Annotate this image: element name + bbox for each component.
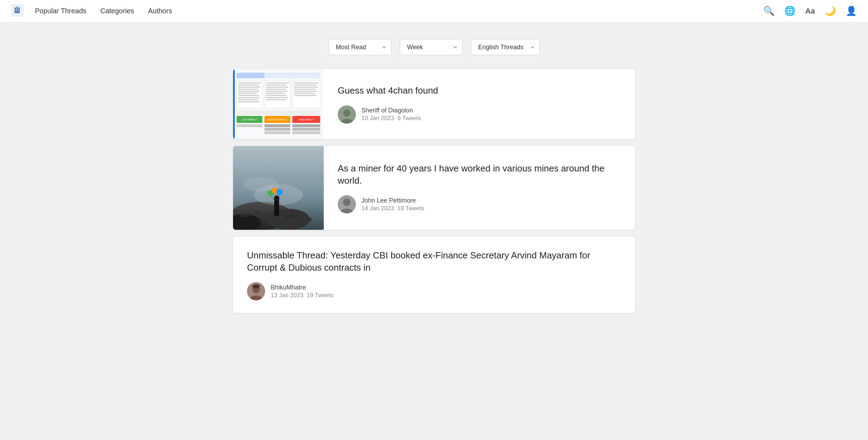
svg-rect-61: [274, 200, 279, 216]
svg-rect-48: [264, 128, 290, 131]
svg-rect-28: [266, 95, 287, 96]
svg-rect-71: [285, 215, 294, 218]
svg-rect-47: [292, 124, 320, 127]
author-name: BhikuMhatre: [271, 284, 334, 291]
thread-card[interactable]: LOW IMPACT MEDIUM IMPACT HIGH IMPACT Gue…: [233, 69, 635, 139]
svg-point-76: [345, 201, 346, 203]
search-icon[interactable]: 🔍: [763, 6, 775, 16]
nav-authors[interactable]: Authors: [148, 7, 172, 15]
svg-rect-31: [294, 82, 319, 83]
thread-title: Unmissable Thread: Yesterday CBI booked …: [247, 249, 621, 274]
thread-author: Sheriff of Diagolon 10 Jan 2023 9 Tweets: [338, 105, 438, 124]
globe-icon[interactable]: 🌐: [784, 6, 795, 16]
svg-rect-30: [266, 99, 286, 100]
author-name: John Lee Pettimore: [361, 197, 424, 204]
thread-content: As a miner for 40 years I have worked in…: [324, 146, 635, 230]
nav-categories[interactable]: Categories: [100, 7, 134, 15]
svg-rect-35: [294, 91, 317, 92]
svg-rect-13: [238, 85, 259, 86]
svg-rect-38: [237, 110, 320, 115]
svg-rect-50: [264, 131, 290, 134]
svg-rect-29: [266, 97, 288, 98]
nav-popular-threads[interactable]: Popular Threads: [35, 7, 87, 15]
svg-text:HIGH IMPACT: HIGH IMPACT: [298, 118, 314, 121]
svg-text:MEDIUM IMPACT: MEDIUM IMPACT: [268, 118, 287, 121]
svg-rect-26: [266, 91, 287, 92]
svg-rect-19: [238, 97, 260, 98]
thread-author: BhikuMhatre 13 Jan 2023 19 Tweets: [247, 282, 621, 300]
svg-point-77: [347, 201, 349, 203]
svg-point-74: [343, 198, 351, 206]
author-info: John Lee Pettimore 14 Jan 2023 18 Tweets: [361, 197, 424, 212]
author-info: BhikuMhatre 13 Jan 2023 19 Tweets: [271, 284, 334, 299]
svg-rect-24: [266, 87, 288, 88]
svg-rect-20: [238, 99, 258, 100]
author-meta: 13 Jan 2023 19 Tweets: [271, 292, 334, 299]
author-avatar: [338, 195, 356, 213]
svg-point-53: [343, 110, 350, 117]
svg-rect-4: [15, 12, 20, 13]
author-name: Sheriff of Diagolon: [361, 107, 421, 114]
thread-thumbnail: LOW IMPACT MEDIUM IMPACT HIGH IMPACT: [233, 69, 324, 139]
thread-card[interactable]: As a miner for 40 years I have worked in…: [233, 146, 635, 230]
nav-icons: 🔍 🌐 Aa 🌙 👤: [763, 6, 857, 16]
svg-rect-33: [294, 87, 318, 88]
svg-rect-17: [238, 93, 257, 94]
thread-thumbnail: [233, 146, 324, 230]
thread-card[interactable]: Unmissable Thread: Yesterday CBI booked …: [233, 237, 635, 313]
svg-rect-37: [294, 95, 316, 96]
svg-rect-34: [294, 89, 315, 90]
svg-rect-12: [238, 82, 261, 83]
nav-links: Popular Threads Categories Authors: [35, 7, 752, 15]
filter-bar: Most Read Most Recent Most Liked Week Mo…: [233, 39, 635, 55]
svg-rect-21: [238, 101, 260, 102]
navbar: Popular Threads Categories Authors 🔍 🌐 A…: [0, 0, 868, 22]
svg-rect-14: [238, 87, 260, 88]
svg-rect-51: [292, 131, 320, 134]
svg-rect-25: [266, 89, 286, 90]
svg-point-62: [274, 196, 279, 201]
language-filter[interactable]: English Threads All Threads: [471, 39, 540, 55]
thread-title: As a miner for 40 years I have worked in…: [338, 162, 621, 187]
font-icon[interactable]: Aa: [805, 7, 815, 16]
author-avatar: [338, 105, 356, 124]
svg-rect-22: [266, 82, 289, 83]
svg-rect-23: [266, 85, 287, 86]
thread-author: John Lee Pettimore 14 Jan 2023 18 Tweets: [338, 195, 621, 213]
author-info: Sheriff of Diagolon 10 Jan 2023 9 Tweets: [361, 107, 421, 122]
svg-text:LOW IMPACT: LOW IMPACT: [242, 118, 257, 121]
author-meta: 10 Jan 2023 9 Tweets: [361, 115, 421, 122]
thread-title: Guess what 4chan found: [338, 85, 438, 97]
svg-rect-45: [237, 124, 262, 127]
author-avatar: [247, 282, 265, 300]
thread-content: Guess what 4chan found Sheriff of Diagol…: [324, 69, 452, 139]
moon-icon[interactable]: 🌙: [825, 6, 836, 16]
sort-filter[interactable]: Most Read Most Recent Most Liked: [329, 39, 391, 55]
svg-rect-32: [294, 85, 316, 86]
svg-rect-6: [233, 69, 235, 139]
svg-point-65: [276, 189, 283, 195]
svg-rect-8: [237, 73, 264, 78]
svg-rect-27: [266, 93, 285, 94]
svg-point-81: [252, 284, 260, 288]
user-icon[interactable]: 👤: [846, 6, 857, 16]
main-content: Most Read Most Recent Most Liked Week Mo…: [225, 22, 643, 337]
svg-rect-36: [294, 93, 315, 94]
time-filter[interactable]: Week Month Year: [400, 39, 463, 55]
svg-rect-16: [238, 91, 260, 92]
svg-rect-15: [238, 89, 258, 90]
svg-rect-46: [264, 124, 290, 127]
logo[interactable]: [11, 4, 24, 18]
svg-rect-49: [292, 128, 320, 131]
author-meta: 14 Jan 2023 18 Tweets: [361, 205, 424, 212]
svg-rect-18: [238, 95, 259, 96]
